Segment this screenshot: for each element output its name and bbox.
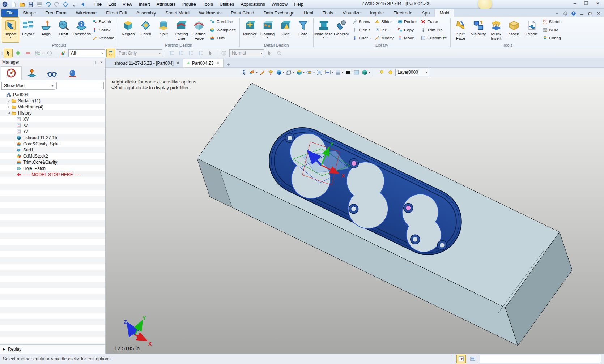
- tree-item-cdmdstock2[interactable]: CdMdStock2: [0, 153, 105, 159]
- ribbon-tab-direct-edit[interactable]: Direct Edit: [101, 9, 132, 17]
- ribbon-tab-visualize[interactable]: Visualize: [338, 9, 365, 17]
- tab-close-icon[interactable]: ✕: [176, 61, 179, 65]
- ribbon-button-split-face[interactable]: SplitFace: [452, 17, 469, 43]
- tree-item-history[interactable]: ◢History: [0, 110, 105, 116]
- lasso-select-icon[interactable]: [45, 49, 54, 57]
- ribbon-button-gate[interactable]: Gate: [294, 17, 312, 43]
- ribbon-button-shrink[interactable]: Shrink: [91, 27, 115, 33]
- ribbon-button-copy[interactable]: Copy: [396, 27, 418, 33]
- rotate-view-icon[interactable]: [306, 69, 313, 76]
- output-log-icon[interactable]: [468, 355, 477, 363]
- layer-dropdown[interactable]: Layer0000▾: [395, 69, 429, 76]
- manager-close-icon[interactable]: ✕: [100, 60, 103, 65]
- expander-closed-icon[interactable]: ▷: [7, 99, 11, 102]
- ribbon-tab-mold[interactable]: Mold: [434, 9, 454, 17]
- ribbon-button-rename[interactable]: Rename: [91, 35, 115, 41]
- orient-icon[interactable]: [62, 1, 69, 8]
- tree-item-wireframe-4[interactable]: ▷Wireframe(4): [0, 104, 105, 110]
- menu-inquire[interactable]: Inquire: [179, 1, 199, 8]
- new-file-icon[interactable]: [10, 1, 17, 8]
- doc-close-icon[interactable]: [596, 11, 601, 16]
- ribbon-button-erase[interactable]: Erase: [420, 18, 448, 25]
- menu-tools[interactable]: Tools: [199, 1, 216, 8]
- ribbon-button-stock[interactable]: Stock: [505, 17, 523, 43]
- tree-item-core-cavity-split[interactable]: Core&Cavity_Split: [0, 141, 105, 147]
- command-input[interactable]: [480, 355, 601, 363]
- ribbon-button-import[interactable]: Import▾: [2, 17, 19, 43]
- tree-item-shroud-11-27-15[interactable]: _shroud 11-27-15: [0, 134, 105, 141]
- erase-icon[interactable]: [248, 69, 256, 76]
- display-option-2-icon[interactable]: [177, 49, 186, 57]
- csys-icon[interactable]: [220, 49, 228, 57]
- entity-filter-dropdown[interactable]: All▾: [68, 49, 105, 57]
- menu-insert[interactable]: Insert: [136, 1, 153, 8]
- save-icon[interactable]: [27, 1, 34, 8]
- collapse-ribbon-icon[interactable]: [554, 11, 560, 16]
- ribbon-button-workpiece[interactable]: Workpiece: [209, 27, 237, 33]
- restore-button[interactable]: ❐: [582, 1, 590, 6]
- menu-attributes[interactable]: Attributes: [153, 1, 179, 8]
- tree-item-trim-core-cavity[interactable]: Trim.Core&Cavity: [0, 159, 105, 165]
- ribbon-button-trim[interactable]: Trim: [209, 35, 237, 41]
- manager-tab-visual-manager[interactable]: [42, 68, 62, 80]
- ribbon-button-screw[interactable]: Screw: [351, 18, 372, 25]
- prompt-panel-icon[interactable]: T: [456, 355, 466, 363]
- ribbon-tab-file[interactable]: File: [1, 9, 18, 17]
- menu-window[interactable]: Window: [268, 1, 291, 8]
- ribbon-button-multi-insert[interactable]: Multi-Insert: [488, 17, 505, 43]
- ribbon-button-runner[interactable]: Runner: [241, 17, 259, 43]
- ribbon-button-slide[interactable]: Slide: [277, 17, 294, 43]
- mode-dropdown[interactable]: Normal▾: [229, 49, 264, 57]
- pattern-icon[interactable]: [33, 49, 42, 57]
- qat-caret-icon[interactable]: [71, 1, 77, 8]
- viewport-3d[interactable]: <right-click> for context-sensitive opti…: [106, 77, 604, 354]
- tree-item-yz[interactable]: YZ: [0, 128, 105, 134]
- ribbon-button-epin[interactable]: EPin▾: [351, 27, 372, 33]
- ribbon-button-align[interactable]: Align: [37, 17, 55, 43]
- new-tab-button[interactable]: +: [224, 61, 234, 67]
- print-icon[interactable]: [36, 1, 43, 8]
- document-tab-active[interactable]: +Part004.Z3✕: [183, 59, 224, 67]
- ribbon-button-parting-line[interactable]: PartingLine: [173, 17, 190, 43]
- ribbon-button-p-b-[interactable]: P.B.: [374, 27, 395, 33]
- document-tab-inactive[interactable]: shroud 11-27-15.Z3 - [Part004]✕: [111, 59, 183, 67]
- ribbon-button-visibility[interactable]: Visibility: [470, 17, 487, 43]
- menu-help[interactable]: Help: [291, 1, 307, 8]
- expander-closed-icon[interactable]: ▷: [7, 105, 11, 108]
- ribbon-button-draft[interactable]: Draft: [55, 17, 72, 43]
- filter-list-icon[interactable]: [59, 49, 67, 57]
- scope-filter-dropdown[interactable]: Part Only▾: [116, 49, 162, 57]
- ribbon-button-combine[interactable]: Combine: [209, 18, 237, 25]
- ribbon-button-config[interactable]: Config: [541, 35, 563, 41]
- display-option-1-icon[interactable]: [167, 49, 176, 57]
- manager-restore-icon[interactable]: ▢: [92, 60, 96, 65]
- ribbon-button-switch[interactable]: Switch: [91, 18, 115, 25]
- ribbon-button-general[interactable]: General: [333, 17, 350, 43]
- display-option-3-icon[interactable]: [187, 49, 195, 57]
- ribbon-button-pocket[interactable]: Pocket: [396, 18, 418, 25]
- open-icon[interactable]: [19, 1, 25, 8]
- ribbon-tab-inquire[interactable]: Inquire: [365, 9, 388, 17]
- ribbon-button-cooling[interactable]: Cooling▾: [259, 17, 276, 43]
- zoom-window-icon[interactable]: [316, 69, 323, 76]
- help-icon[interactable]: ?: [571, 11, 576, 16]
- menu-applications[interactable]: Applications: [237, 1, 268, 8]
- ribbon-button-export[interactable]: Export: [523, 17, 540, 43]
- shade-mode-icon[interactable]: [275, 69, 283, 76]
- show-filter-dropdown[interactable]: Show Most▾: [1, 82, 55, 90]
- ribbon-tab-assembly[interactable]: Assembly: [132, 9, 161, 17]
- inquire-cursor-icon[interactable]: [275, 49, 284, 57]
- manager-tab-assembly-manager[interactable]: [22, 68, 42, 80]
- ribbon-button-customize[interactable]: Customize: [420, 35, 448, 41]
- menu-view[interactable]: View: [119, 1, 136, 8]
- ribbon-button-thickness[interactable]: ?Thickness: [73, 17, 90, 43]
- redo-icon[interactable]: [54, 1, 60, 8]
- display-option-5-icon[interactable]: [206, 49, 215, 57]
- face-color-icon[interactable]: [295, 69, 303, 76]
- ribbon-button-split[interactable]: Split: [155, 17, 172, 43]
- expander-open-icon[interactable]: ◢: [7, 111, 11, 115]
- manager-tab-history-manager[interactable]: [1, 66, 22, 80]
- doc-minimize-icon[interactable]: [579, 11, 584, 16]
- tree-item-surf1[interactable]: Surf1: [0, 147, 105, 153]
- background-icon[interactable]: [334, 69, 342, 76]
